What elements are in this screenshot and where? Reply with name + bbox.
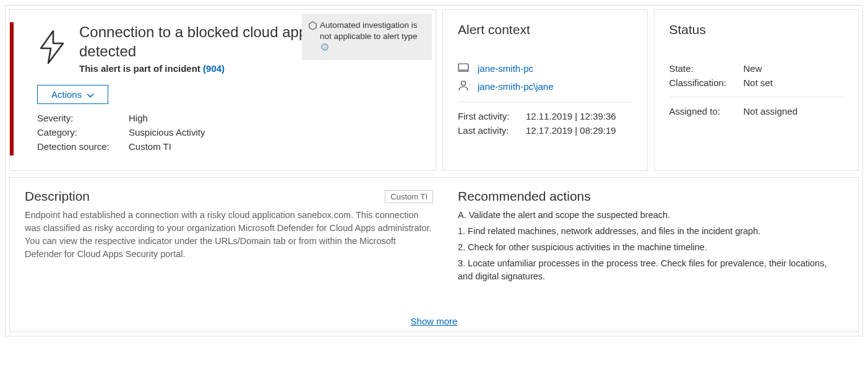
svg-text:i: i: [324, 45, 325, 50]
assigned-to-label: Assigned to:: [669, 106, 744, 116]
machine-icon: [458, 63, 469, 74]
alert-summary-card: Connection to a blocked cloud applicatio…: [9, 9, 436, 171]
category-value: Suspicious Activity: [129, 127, 205, 138]
user-icon: [458, 80, 469, 93]
severity-label: Severity:: [37, 113, 129, 123]
info-icon[interactable]: i: [321, 43, 329, 54]
actions-button-label: Actions: [51, 89, 82, 100]
first-activity-value: 12.11.2019 | 12:39:36: [526, 111, 616, 121]
custom-ti-chip: Custom TI: [385, 190, 433, 203]
severity-value: High: [129, 113, 148, 123]
assigned-to-value: Not assigned: [744, 106, 798, 116]
top-cards-row: Connection to a blocked cloud applicatio…: [9, 9, 859, 171]
actions-button[interactable]: Actions: [37, 85, 108, 104]
incident-link[interactable]: (904): [203, 63, 225, 74]
machine-link[interactable]: jane-smith-pc: [478, 63, 533, 74]
last-activity-value: 12.17.2019 | 08:29:19: [526, 125, 616, 136]
alert-details-container: Connection to a blocked cloud applicatio…: [5, 5, 863, 336]
chevron-down-icon: [87, 89, 94, 100]
rec-line-a: A. Validate the alert and scope the susp…: [458, 209, 843, 222]
lightning-icon: [37, 30, 67, 66]
rec-line-3: 3. Locate unfamiliar processes in the pr…: [458, 257, 843, 284]
investigation-status-icon: [308, 21, 317, 33]
user-link[interactable]: jane-smith-pc\jane: [478, 81, 554, 92]
svg-rect-4: [458, 64, 468, 70]
status-title: Status: [669, 22, 844, 37]
description-recommendations-card: Description Custom TI Endpoint had estab…: [9, 177, 859, 332]
investigation-notice-text: Automated investigation is not applicabl…: [320, 20, 418, 41]
alert-context-card: Alert context jane-smith-pc ja: [442, 9, 648, 171]
context-divider: [458, 102, 632, 102]
recommended-actions-title: Recommended actions: [458, 189, 843, 204]
category-label: Category:: [37, 127, 129, 138]
alert-subtitle: This alert is part of incident (904): [79, 63, 436, 74]
description-title: Description: [25, 189, 90, 204]
state-label: State:: [669, 63, 744, 74]
classification-label: Classification:: [669, 77, 744, 88]
incident-prefix: This alert is part of incident: [79, 63, 200, 74]
svg-point-6: [462, 81, 466, 85]
alert-context-title: Alert context: [458, 22, 632, 37]
show-more-link[interactable]: Show more: [411, 316, 458, 326]
state-value: New: [744, 63, 762, 74]
investigation-notice: Automated investigation is not applicabl…: [302, 14, 432, 60]
last-activity-label: Last activity:: [458, 125, 526, 136]
detection-source-value: Custom TI: [129, 141, 171, 152]
status-divider: [669, 97, 844, 97]
status-card: Status State: New Classification: Not se…: [654, 9, 859, 171]
svg-marker-1: [309, 22, 316, 30]
description-text: Endpoint had established a connection wi…: [25, 209, 433, 261]
rec-line-2: 2. Check for other suspicious activities…: [458, 241, 843, 255]
rec-line-1: 1. Find related machines, network addres…: [458, 225, 843, 238]
svg-marker-0: [41, 31, 63, 63]
classification-value: Not set: [744, 77, 773, 88]
detection-source-label: Detection source:: [37, 141, 129, 152]
first-activity-label: First activity:: [458, 111, 526, 121]
